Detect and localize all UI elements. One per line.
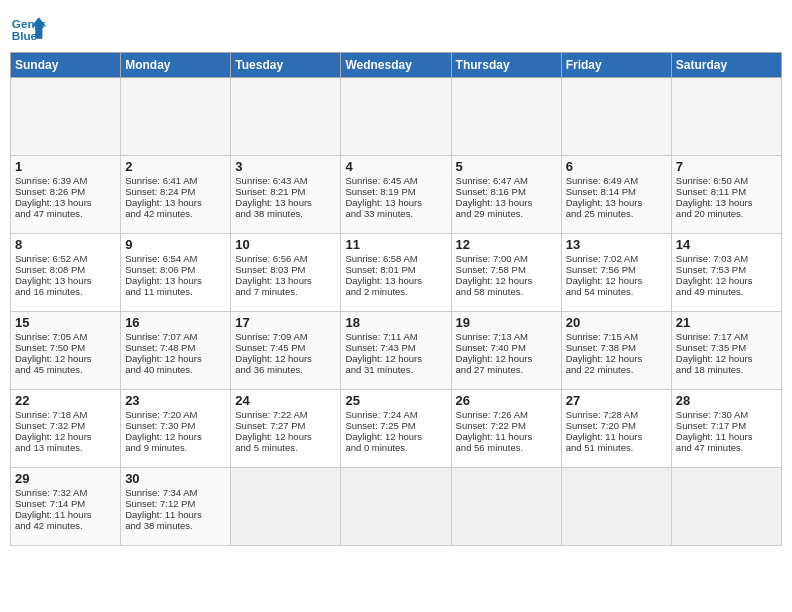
day-info: Sunset: 8:16 PM bbox=[456, 186, 557, 197]
calendar-cell bbox=[451, 468, 561, 546]
day-info: and 11 minutes. bbox=[125, 286, 226, 297]
day-number: 17 bbox=[235, 315, 336, 330]
day-info: Daylight: 13 hours bbox=[15, 197, 116, 208]
day-info: Sunrise: 7:30 AM bbox=[676, 409, 777, 420]
day-info: Sunrise: 6:58 AM bbox=[345, 253, 446, 264]
day-info: Sunset: 7:25 PM bbox=[345, 420, 446, 431]
day-number: 27 bbox=[566, 393, 667, 408]
day-info: Sunrise: 6:47 AM bbox=[456, 175, 557, 186]
day-info: Daylight: 11 hours bbox=[125, 509, 226, 520]
day-info: Sunset: 7:12 PM bbox=[125, 498, 226, 509]
day-info: Daylight: 12 hours bbox=[125, 431, 226, 442]
weekday-header: Friday bbox=[561, 53, 671, 78]
day-info: Sunrise: 7:03 AM bbox=[676, 253, 777, 264]
day-info: Sunrise: 7:18 AM bbox=[15, 409, 116, 420]
day-info: Sunset: 7:30 PM bbox=[125, 420, 226, 431]
day-info: and 2 minutes. bbox=[345, 286, 446, 297]
day-info: Sunrise: 6:45 AM bbox=[345, 175, 446, 186]
day-info: and 13 minutes. bbox=[15, 442, 116, 453]
day-info: and 27 minutes. bbox=[456, 364, 557, 375]
day-info: Daylight: 12 hours bbox=[235, 431, 336, 442]
day-info: Sunrise: 6:50 AM bbox=[676, 175, 777, 186]
day-info: Sunset: 7:20 PM bbox=[566, 420, 667, 431]
calendar-cell: 28Sunrise: 7:30 AMSunset: 7:17 PMDayligh… bbox=[671, 390, 781, 468]
day-info: Sunset: 8:06 PM bbox=[125, 264, 226, 275]
calendar-cell: 14Sunrise: 7:03 AMSunset: 7:53 PMDayligh… bbox=[671, 234, 781, 312]
day-info: Sunrise: 7:22 AM bbox=[235, 409, 336, 420]
day-info: and 54 minutes. bbox=[566, 286, 667, 297]
day-info: Daylight: 12 hours bbox=[125, 353, 226, 364]
day-info: Sunrise: 7:13 AM bbox=[456, 331, 557, 342]
day-info: Sunset: 7:32 PM bbox=[15, 420, 116, 431]
day-number: 26 bbox=[456, 393, 557, 408]
calendar-week-row: 1Sunrise: 6:39 AMSunset: 8:26 PMDaylight… bbox=[11, 156, 782, 234]
day-info: Sunset: 7:17 PM bbox=[676, 420, 777, 431]
day-number: 8 bbox=[15, 237, 116, 252]
day-number: 12 bbox=[456, 237, 557, 252]
day-info: Daylight: 13 hours bbox=[235, 275, 336, 286]
day-info: Sunset: 8:24 PM bbox=[125, 186, 226, 197]
day-number: 6 bbox=[566, 159, 667, 174]
weekday-header: Wednesday bbox=[341, 53, 451, 78]
day-info: Sunrise: 6:52 AM bbox=[15, 253, 116, 264]
calendar-cell: 8Sunrise: 6:52 AMSunset: 8:08 PMDaylight… bbox=[11, 234, 121, 312]
day-info: Daylight: 11 hours bbox=[566, 431, 667, 442]
day-info: Sunset: 7:58 PM bbox=[456, 264, 557, 275]
day-number: 20 bbox=[566, 315, 667, 330]
day-number: 3 bbox=[235, 159, 336, 174]
day-number: 13 bbox=[566, 237, 667, 252]
day-info: Sunrise: 7:11 AM bbox=[345, 331, 446, 342]
day-info: Sunset: 7:43 PM bbox=[345, 342, 446, 353]
calendar-cell bbox=[11, 78, 121, 156]
day-info: Sunset: 7:14 PM bbox=[15, 498, 116, 509]
day-number: 23 bbox=[125, 393, 226, 408]
day-info: and 31 minutes. bbox=[345, 364, 446, 375]
day-info: Sunrise: 7:28 AM bbox=[566, 409, 667, 420]
day-info: and 49 minutes. bbox=[676, 286, 777, 297]
day-info: and 38 minutes. bbox=[235, 208, 336, 219]
day-number: 5 bbox=[456, 159, 557, 174]
weekday-header: Tuesday bbox=[231, 53, 341, 78]
calendar-cell: 1Sunrise: 6:39 AMSunset: 8:26 PMDaylight… bbox=[11, 156, 121, 234]
calendar-cell: 7Sunrise: 6:50 AMSunset: 8:11 PMDaylight… bbox=[671, 156, 781, 234]
weekday-header: Saturday bbox=[671, 53, 781, 78]
day-info: Sunset: 7:40 PM bbox=[456, 342, 557, 353]
day-info: Sunrise: 6:41 AM bbox=[125, 175, 226, 186]
calendar-cell: 26Sunrise: 7:26 AMSunset: 7:22 PMDayligh… bbox=[451, 390, 561, 468]
day-info: and 25 minutes. bbox=[566, 208, 667, 219]
day-info: Sunrise: 7:09 AM bbox=[235, 331, 336, 342]
day-info: Sunset: 7:56 PM bbox=[566, 264, 667, 275]
weekday-header-row: SundayMondayTuesdayWednesdayThursdayFrid… bbox=[11, 53, 782, 78]
day-info: Daylight: 11 hours bbox=[456, 431, 557, 442]
day-info: Sunset: 7:38 PM bbox=[566, 342, 667, 353]
day-info: and 51 minutes. bbox=[566, 442, 667, 453]
calendar-cell bbox=[341, 468, 451, 546]
day-number: 18 bbox=[345, 315, 446, 330]
calendar-week-row: 15Sunrise: 7:05 AMSunset: 7:50 PMDayligh… bbox=[11, 312, 782, 390]
day-info: and 9 minutes. bbox=[125, 442, 226, 453]
weekday-header: Thursday bbox=[451, 53, 561, 78]
day-info: Sunset: 7:45 PM bbox=[235, 342, 336, 353]
calendar-cell: 23Sunrise: 7:20 AMSunset: 7:30 PMDayligh… bbox=[121, 390, 231, 468]
day-info: Sunset: 8:03 PM bbox=[235, 264, 336, 275]
day-number: 14 bbox=[676, 237, 777, 252]
day-info: and 42 minutes. bbox=[15, 520, 116, 531]
calendar-cell: 9Sunrise: 6:54 AMSunset: 8:06 PMDaylight… bbox=[121, 234, 231, 312]
calendar-week-row: 8Sunrise: 6:52 AMSunset: 8:08 PMDaylight… bbox=[11, 234, 782, 312]
day-info: Daylight: 13 hours bbox=[125, 275, 226, 286]
day-number: 10 bbox=[235, 237, 336, 252]
day-info: Daylight: 12 hours bbox=[676, 275, 777, 286]
day-info: Daylight: 12 hours bbox=[456, 353, 557, 364]
day-info: Sunrise: 7:24 AM bbox=[345, 409, 446, 420]
calendar-cell: 19Sunrise: 7:13 AMSunset: 7:40 PMDayligh… bbox=[451, 312, 561, 390]
calendar-cell: 3Sunrise: 6:43 AMSunset: 8:21 PMDaylight… bbox=[231, 156, 341, 234]
calendar-cell bbox=[341, 78, 451, 156]
day-number: 19 bbox=[456, 315, 557, 330]
day-info: and 40 minutes. bbox=[125, 364, 226, 375]
svg-text:Blue: Blue bbox=[12, 29, 38, 42]
day-info: Sunrise: 7:15 AM bbox=[566, 331, 667, 342]
calendar-cell: 12Sunrise: 7:00 AMSunset: 7:58 PMDayligh… bbox=[451, 234, 561, 312]
day-number: 25 bbox=[345, 393, 446, 408]
day-info: Sunset: 8:21 PM bbox=[235, 186, 336, 197]
day-info: Daylight: 12 hours bbox=[566, 275, 667, 286]
